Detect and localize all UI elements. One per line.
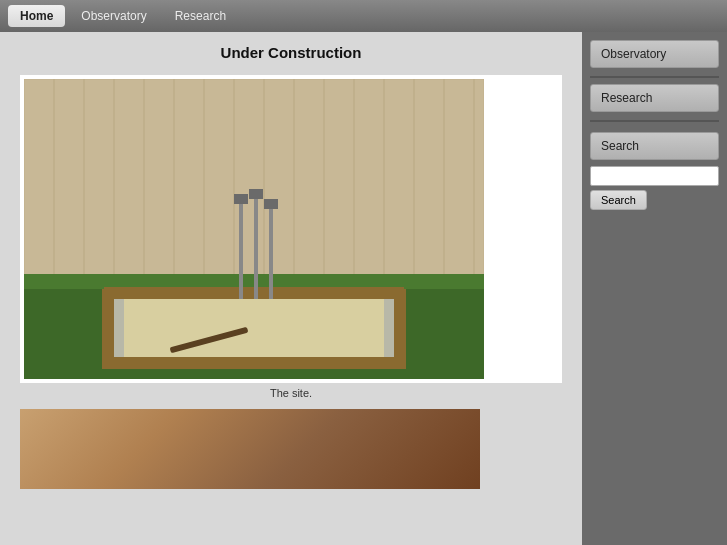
svg-rect-30 [264, 199, 278, 209]
content-area: Under Construction [0, 32, 582, 545]
construction-image-container [20, 75, 562, 383]
search-input[interactable] [590, 166, 719, 186]
sidebar-observatory-button[interactable]: Observatory [590, 40, 719, 68]
svg-rect-23 [102, 289, 114, 369]
main-layout: Under Construction [0, 32, 727, 545]
page-title: Under Construction [20, 44, 562, 61]
svg-rect-22 [104, 357, 404, 369]
svg-rect-20 [124, 299, 384, 359]
svg-rect-24 [394, 289, 406, 369]
sidebar-divider-1 [590, 76, 719, 78]
svg-rect-28 [234, 194, 248, 204]
sidebar-divider-2 [590, 120, 719, 122]
nav-observatory-button[interactable]: Observatory [69, 5, 158, 27]
construction-image [24, 79, 484, 379]
search-go-button[interactable]: Search [590, 190, 647, 210]
svg-rect-27 [269, 204, 273, 299]
nav-research-button[interactable]: Research [163, 5, 238, 27]
search-label: Search [590, 132, 719, 160]
svg-rect-26 [254, 194, 258, 299]
navbar: Home Observatory Research [0, 0, 727, 32]
image-caption: The site. [20, 387, 562, 399]
sidebar-research-button[interactable]: Research [590, 84, 719, 112]
sidebar: Observatory Research Search Search [582, 32, 727, 545]
svg-rect-25 [239, 199, 243, 299]
nav-home-button[interactable]: Home [8, 5, 65, 27]
svg-rect-29 [249, 189, 263, 199]
second-image [20, 409, 480, 489]
search-section: Search Search [590, 128, 719, 214]
